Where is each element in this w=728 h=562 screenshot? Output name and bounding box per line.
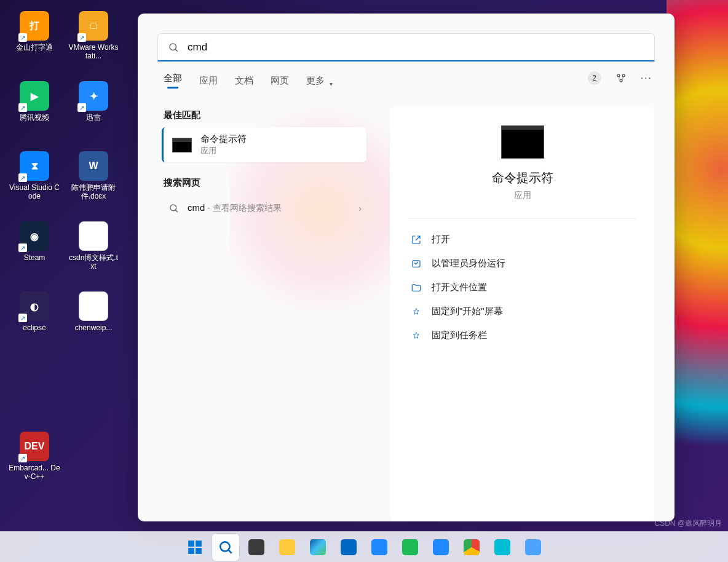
action-admin-label: 以管理员身份运行 [432, 258, 505, 269]
desktop-icon-2[interactable]: ▶↗腾讯视频 [6, 77, 63, 144]
svg-point-12 [220, 542, 229, 551]
best-match-item[interactable]: 命令提示符 应用 [162, 127, 366, 162]
svg-point-4 [620, 79, 622, 82]
svg-rect-8 [188, 540, 194, 547]
action-pin-start-label: 固定到"开始"屏幕 [432, 306, 503, 317]
desktop-icon-8[interactable]: ◐↗eclipse [6, 288, 63, 354]
taskbar-app-bird[interactable] [427, 534, 454, 561]
preview-app-title: 命令提示符 [492, 170, 553, 186]
preview-app-sub: 应用 [514, 190, 531, 201]
search-filter-tabs: 全部 应用 文档 网页 更多 ▾ 2 ··· [138, 61, 675, 95]
result-preview-panel: 命令提示符 应用 打开 以管理员身份运行 打开文件位置 固定到"开 [390, 107, 655, 521]
action-pin-taskbar[interactable]: 固定到任务栏 [408, 323, 636, 347]
svg-line-6 [176, 210, 178, 212]
web-search-result[interactable]: cmd - 查看网络搜索结果 › [164, 195, 366, 221]
shield-admin-icon [411, 258, 422, 269]
taskbar-start[interactable] [181, 534, 208, 561]
taskbar-notepad[interactable] [520, 534, 547, 561]
results-count-badge[interactable]: 2 [588, 71, 601, 85]
web-search-header: 搜索网页 [164, 177, 366, 189]
web-query-hint: - 查看网络搜索结果 [205, 203, 281, 213]
watermark: CSDN @邀风醉明月 [654, 518, 722, 529]
pin-icon [411, 306, 422, 317]
desktop-icons-grid: 打↗金山打字通□↗VMware Workstati...▶↗腾讯视频✦↗迅雷⧗↗… [0, 5, 128, 497]
search-input[interactable] [188, 41, 644, 53]
taskbar-store[interactable] [335, 534, 362, 561]
search-icon [168, 42, 179, 53]
desktop-icon-7[interactable]: csdn博文样式.txt [65, 218, 122, 284]
best-match-header: 最佳匹配 [164, 109, 366, 121]
svg-rect-11 [196, 548, 202, 554]
desktop-icon-6[interactable]: ◉↗Steam [6, 218, 63, 284]
desktop-icon-4[interactable]: ⧗↗Visual Studio Code [6, 148, 63, 214]
desktop-icon-3[interactable]: ✦↗迅雷 [65, 77, 122, 144]
cmd-app-icon [172, 138, 192, 152]
desktop-icon-9[interactable]: chenweip... [65, 288, 122, 354]
pin-icon [411, 330, 422, 341]
taskbar-chrome[interactable] [458, 534, 485, 561]
svg-line-1 [175, 49, 177, 51]
search-results-list: 最佳匹配 命令提示符 应用 搜索网页 cmd - 查看网络搜索结果 › [138, 109, 378, 521]
cmd-app-icon-large [501, 125, 544, 159]
search-icon [168, 203, 179, 213]
taskbar [0, 531, 728, 562]
svg-rect-10 [188, 548, 194, 554]
divider [408, 218, 636, 219]
action-pin-taskbar-label: 固定到任务栏 [432, 330, 487, 341]
filter-tab-all[interactable]: 全部 [164, 73, 182, 95]
best-match-title: 命令提示符 [200, 133, 247, 145]
svg-point-0 [170, 44, 176, 50]
desktop-icon-10[interactable]: DEV↗Embarcad... Dev-C++ [6, 428, 63, 494]
chevron-down-icon: ▾ [330, 81, 333, 87]
desktop-icon-5[interactable]: W陈伟鹏申请附件.docx [65, 148, 122, 214]
more-options-icon[interactable]: ··· [641, 73, 652, 84]
filter-tab-more[interactable]: 更多 [306, 75, 325, 93]
best-match-sub: 应用 [200, 145, 247, 156]
taskbar-search[interactable] [212, 534, 239, 561]
open-external-icon [411, 234, 422, 245]
filter-tab-web[interactable]: 网页 [271, 75, 289, 93]
desktop-icon-0[interactable]: 打↗金山打字通 [6, 7, 63, 74]
svg-rect-9 [196, 540, 202, 547]
taskbar-app-l[interactable] [366, 534, 393, 561]
action-open-label: 打开 [432, 234, 450, 245]
taskbar-explorer[interactable] [274, 534, 301, 561]
folder-icon [411, 282, 422, 293]
action-open[interactable]: 打开 [408, 228, 636, 251]
filter-tab-apps[interactable]: 应用 [199, 75, 218, 93]
taskbar-app-cyan[interactable] [489, 534, 516, 561]
action-run-admin[interactable]: 以管理员身份运行 [408, 251, 636, 275]
settings-flow-icon[interactable] [615, 72, 627, 84]
desktop-icon-1[interactable]: □↗VMware Workstati... [65, 7, 122, 74]
filter-tab-docs[interactable]: 文档 [235, 75, 253, 93]
action-pin-start[interactable]: 固定到"开始"屏幕 [408, 299, 636, 323]
chevron-right-icon: › [358, 204, 362, 213]
taskbar-edge[interactable] [304, 534, 331, 561]
web-query-text: cmd [188, 202, 205, 213]
action-location-label: 打开文件位置 [432, 282, 487, 293]
svg-line-13 [229, 550, 232, 553]
action-open-location[interactable]: 打开文件位置 [408, 275, 636, 299]
svg-point-5 [170, 205, 176, 211]
taskbar-app-green[interactable] [397, 534, 424, 561]
search-panel: 全部 应用 文档 网页 更多 ▾ 2 ··· 最佳匹配 命令提示符 应用 搜索网… [138, 14, 675, 521]
search-bar[interactable] [157, 33, 655, 61]
taskbar-taskview[interactable] [243, 534, 270, 561]
